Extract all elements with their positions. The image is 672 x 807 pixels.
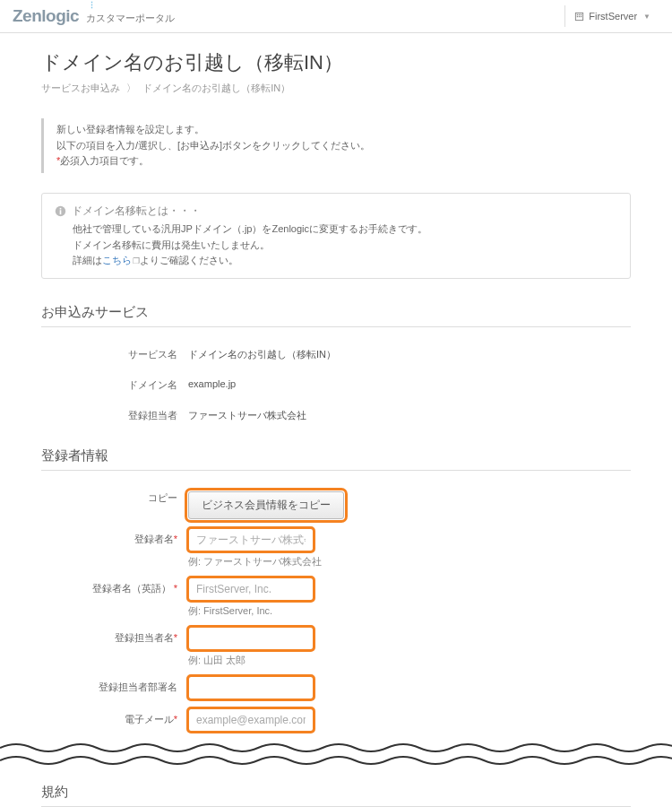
reg-name-label: 登録者名* [41, 528, 188, 546]
svg-rect-1 [577, 13, 578, 14]
info-line1: 他社で管理している汎用JPドメイン（.jp）をZenlogicに変更するお手続き… [73, 221, 617, 238]
content-break [0, 741, 672, 768]
reg-name-en-label: 登録者名（英語） * [41, 577, 188, 595]
terms-section-title: 規約 [41, 784, 631, 807]
svg-rect-9 [60, 208, 62, 210]
chevron-down-icon: ▼ [643, 13, 650, 21]
reg-agent-value: ファーストサーバ株式会社 [188, 404, 306, 422]
instruct-line2: 以下の項目を入力/選択し、[お申込み]ボタンをクリックしてください。 [56, 138, 618, 154]
service-section-title: お申込みサービス [41, 304, 631, 327]
reg-name-example: 例: ファーストサーバ株式会社 [188, 555, 322, 568]
instruction-box: 新しい登録者情報を設定します。 以下の項目を入力/選択し、[お申込み]ボタンをク… [41, 118, 631, 173]
reg-name-en-input[interactable] [188, 577, 314, 601]
user-menu-button[interactable]: FirstServer ▼ [564, 5, 659, 27]
registrant-section-title: 登録者情報 [41, 447, 631, 471]
copy-label: コピー [41, 487, 188, 505]
service-name-label: サービス名 [41, 343, 188, 361]
brand-logo: Zenlogic [13, 6, 79, 26]
info-line3: 詳細はこちら❐よりご確認ください。 [73, 253, 617, 269]
reg-dept-label: 登録担当者部署名 [41, 676, 188, 694]
service-name-value: ドメイン名のお引越し（移転IN） [188, 343, 336, 361]
reg-email-label: 電子メール* [41, 708, 188, 726]
portal-name: カスタマーポータル [86, 12, 175, 25]
domain-name-label: ドメイン名 [41, 374, 188, 392]
reg-dept-input[interactable] [188, 676, 314, 699]
svg-rect-8 [60, 210, 62, 214]
reg-contact-input[interactable] [188, 627, 314, 650]
instruct-line1: 新しい登録者情報を設定します。 [56, 122, 618, 138]
reg-agent-label: 登録担当者 [41, 404, 188, 422]
reg-name-input[interactable] [188, 528, 314, 551]
svg-rect-4 [577, 15, 578, 16]
info-line2: ドメイン名移転に費用は発生いたしません。 [73, 238, 617, 254]
info-icon [55, 205, 66, 217]
user-label: FirstServer [589, 11, 637, 22]
info-detail-link[interactable]: こちら [102, 255, 132, 265]
reg-email-input[interactable] [188, 708, 314, 732]
info-heading: ドメイン名移転とは・・・ [55, 203, 617, 220]
breadcrumb-item-1[interactable]: サービスお申込み [41, 82, 120, 93]
instruct-required: *必須入力項目です。 [56, 153, 618, 169]
building-icon [574, 12, 584, 22]
info-box: ドメイン名移転とは・・・ 他社で管理している汎用JPドメイン（.jp）をZenl… [41, 193, 631, 279]
reg-contact-example: 例: 山田 太郎 [188, 654, 314, 667]
registrant-form: コピー ビジネス会員情報をコピー 登録者名* 例: ファーストサーバ株式会社 登… [41, 487, 631, 732]
reg-name-en-example: 例: FirstServer, Inc. [188, 604, 314, 618]
svg-rect-3 [581, 13, 582, 14]
breadcrumb-item-2: ドメイン名のお引越し（移転IN） [142, 82, 290, 93]
copy-business-info-button[interactable]: ビジネス会員情報をコピー [188, 491, 344, 519]
svg-rect-5 [579, 15, 580, 16]
service-info: サービス名 ドメイン名のお引越し（移転IN） ドメイン名 example.jp … [41, 343, 631, 422]
page-title: ドメイン名のお引越し（移転IN） [41, 49, 631, 76]
breadcrumb-sep: 〉 [126, 82, 136, 93]
info-body: 他社で管理している汎用JPドメイン（.jp）をZenlogicに変更するお手続き… [55, 221, 617, 269]
global-header: Zenlogic カスタマーポータル FirstServer ▼ [0, 0, 672, 33]
logo-area: Zenlogic カスタマーポータル [13, 6, 175, 26]
external-link-icon: ❐ [133, 256, 140, 265]
domain-name-value: example.jp [188, 374, 236, 389]
svg-rect-2 [579, 13, 580, 14]
svg-rect-6 [581, 15, 582, 16]
breadcrumb: サービスお申込み 〉 ドメイン名のお引越し（移転IN） [41, 82, 631, 95]
reg-contact-label: 登録担当者名* [41, 627, 188, 645]
